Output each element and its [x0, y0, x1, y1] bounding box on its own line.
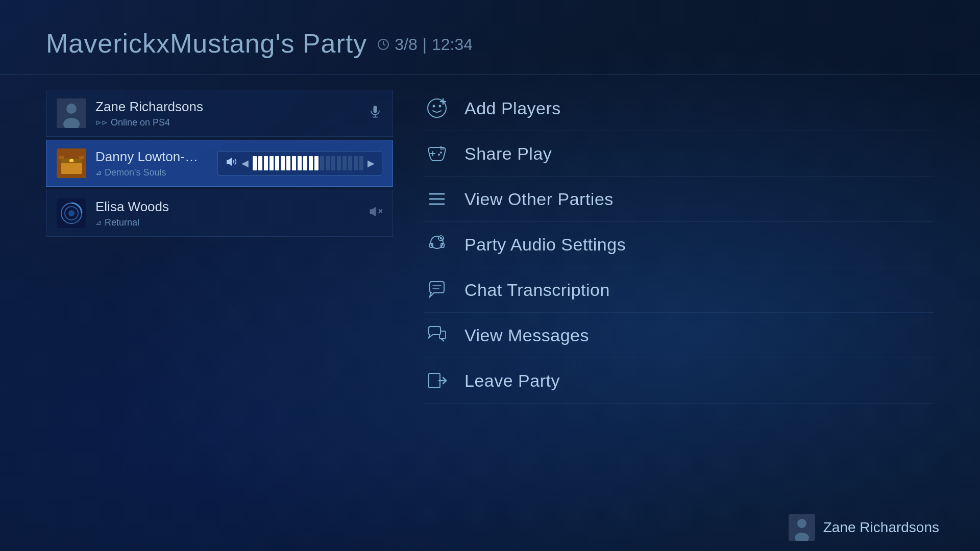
svg-point-15 [69, 159, 74, 163]
view-messages-label: View Messages [464, 325, 589, 345]
svg-point-35 [438, 154, 440, 156]
vol-bar [314, 156, 318, 170]
member-name: Danny Lowton-Micha... [95, 149, 208, 165]
svg-point-34 [440, 152, 442, 154]
vol-bar [292, 156, 296, 170]
time-display: 12:34 [432, 35, 473, 54]
chat-transcription-label: Chat Transcription [464, 280, 610, 300]
view-messages-item[interactable]: View Messages [424, 313, 934, 358]
member-row[interactable]: Elisa Woods ⊿ Returnal [46, 190, 393, 237]
view-other-parties-item[interactable]: View Other Parties [424, 177, 934, 222]
view-messages-icon [424, 322, 450, 348]
add-players-label: Add Players [464, 98, 561, 118]
svg-rect-50 [429, 373, 440, 388]
svg-point-29 [439, 105, 442, 108]
svg-point-7 [66, 104, 77, 114]
vol-bar [354, 156, 358, 170]
header: MaverickxMustang's Party 3/8 | 12:34 [0, 0, 980, 74]
party-meta: 3/8 | 12:34 [377, 35, 473, 54]
status-text: Online on PS4 [111, 117, 170, 128]
svg-point-53 [797, 519, 806, 528]
clock-icon [377, 38, 389, 51]
volume-increase-button[interactable]: ▶ [368, 158, 375, 169]
vol-bar [253, 156, 257, 170]
member-name: Zane Richardsons [95, 99, 359, 115]
svg-rect-18 [79, 156, 84, 159]
svg-rect-9 [374, 106, 377, 113]
right-menu: Add Players S [424, 90, 934, 539]
vol-bar [342, 156, 347, 170]
vol-bar [326, 156, 330, 170]
avatar [57, 98, 86, 128]
ps4-icon: ⊳⊳ [95, 118, 108, 127]
leave-party-item[interactable]: Leave Party [424, 358, 934, 404]
vol-bar [298, 156, 302, 170]
svg-marker-19 [227, 158, 232, 166]
volume-bars [253, 156, 363, 170]
vol-bar [286, 156, 290, 170]
status-text: Returnal [105, 217, 139, 228]
game-icon: ⊿ [95, 218, 102, 227]
member-status: ⊿ Returnal [95, 217, 359, 228]
vol-bar [348, 156, 352, 170]
share-play-item[interactable]: Share Play [424, 131, 934, 177]
status-text: Demon's Souls [105, 167, 166, 178]
separator: | [423, 35, 427, 54]
share-play-icon [424, 140, 450, 167]
vol-bar [320, 156, 324, 170]
chat-transcription-icon [424, 277, 450, 303]
audio-settings-label: Party Audio Settings [464, 235, 626, 255]
svg-rect-17 [59, 156, 64, 159]
party-audio-settings-item[interactable]: Party Audio Settings [424, 222, 934, 267]
member-status: ⊿ Demon's Souls [95, 167, 208, 178]
bottom-avatar [789, 514, 815, 541]
party-list: Zane Richardsons ⊳⊳ Online on PS4 [46, 90, 393, 539]
party-title: MaverickxMustang's Party [46, 28, 367, 59]
add-players-item[interactable]: Add Players [424, 95, 934, 131]
member-row[interactable]: Zane Richardsons ⊳⊳ Online on PS4 [46, 90, 393, 137]
mute-icon [368, 205, 382, 222]
vol-bar [359, 156, 363, 170]
vol-bar [337, 156, 341, 170]
view-parties-label: View Other Parties [464, 189, 614, 209]
svg-point-23 [68, 210, 75, 216]
member-status: ⊳⊳ Online on PS4 [95, 117, 359, 128]
vol-bar [331, 156, 335, 170]
chat-transcription-item[interactable]: Chat Transcription [424, 267, 934, 313]
vol-bar [270, 156, 274, 170]
audio-settings-icon [424, 231, 450, 258]
vol-bar [281, 156, 285, 170]
vol-bar [264, 156, 268, 170]
leave-party-icon [424, 367, 450, 394]
bottom-bar: Zane Richardsons [748, 504, 980, 551]
add-players-icon [424, 95, 450, 121]
volume-control[interactable]: ◀ [217, 151, 382, 176]
vol-bar [275, 156, 279, 170]
volume-decrease-button[interactable]: ◀ [241, 158, 249, 169]
member-name: Elisa Woods [95, 199, 359, 215]
view-parties-icon [424, 186, 450, 212]
svg-marker-24 [370, 207, 376, 216]
avatar [57, 198, 86, 228]
member-info: Danny Lowton-Micha... ⊿ Demon's Souls [95, 149, 208, 178]
main-layout: Zane Richardsons ⊳⊳ Online on PS4 [0, 74, 980, 539]
avatar [57, 148, 86, 178]
member-row[interactable]: Danny Lowton-Micha... ⊿ Demon's Souls [46, 140, 393, 187]
share-play-label: Share Play [464, 144, 552, 164]
game-icon: ⊿ [95, 168, 102, 177]
member-info: Elisa Woods ⊿ Returnal [95, 199, 359, 228]
svg-point-43 [440, 237, 442, 239]
volume-icon [225, 156, 237, 171]
bottom-username: Zane Richardsons [823, 519, 939, 536]
svg-point-28 [433, 105, 435, 108]
vol-bar [258, 156, 262, 170]
vol-bar [303, 156, 307, 170]
leave-party-label: Leave Party [464, 371, 560, 391]
member-count: 3/8 [395, 35, 417, 54]
mic-icon [368, 105, 382, 122]
vol-bar [309, 156, 313, 170]
member-info: Zane Richardsons ⊳⊳ Online on PS4 [95, 99, 359, 128]
